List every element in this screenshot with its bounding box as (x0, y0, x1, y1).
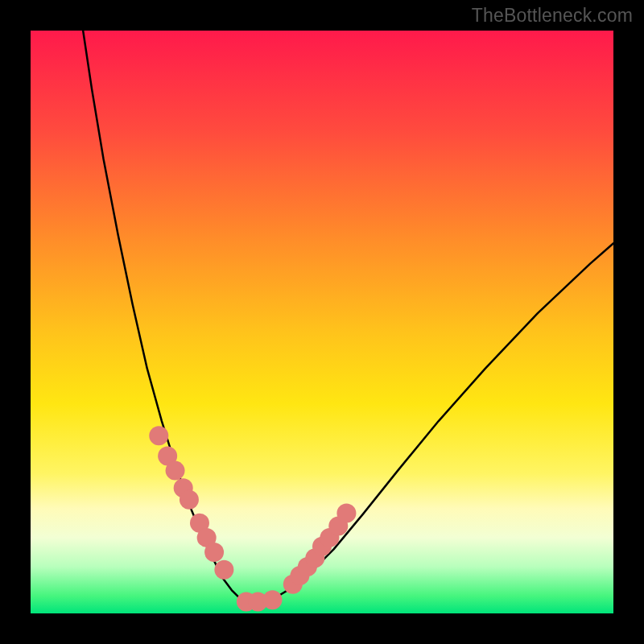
bottleneck-curve-right (250, 243, 614, 605)
bead (166, 461, 185, 481)
plot-area (31, 31, 613, 613)
bead (262, 590, 282, 609)
bead (149, 426, 168, 445)
chart-frame: TheBottleneck.com (0, 0, 644, 644)
attribution-text: TheBottleneck.com (472, 5, 633, 27)
chart-svg (31, 31, 613, 613)
bead (214, 560, 233, 580)
bead (336, 503, 356, 522)
bead (204, 543, 224, 562)
bead (180, 490, 199, 510)
bottleneck-curve-left (83, 31, 249, 605)
curve-beads (149, 426, 356, 611)
